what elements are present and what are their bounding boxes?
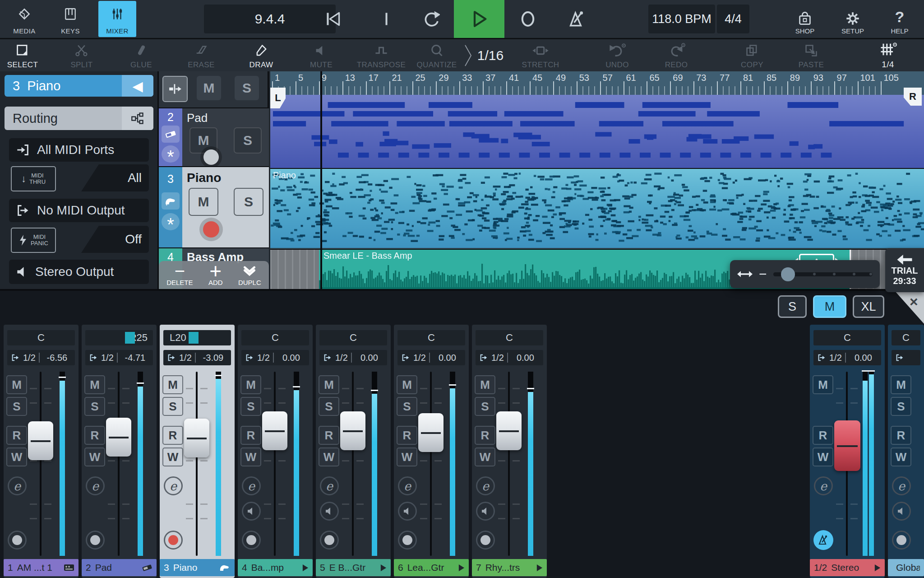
eq-button[interactable]: e (892, 476, 911, 495)
midi-panic-value-area[interactable]: Off (81, 226, 149, 253)
solo-button[interactable]: S (475, 397, 495, 416)
zoom-slider-knob[interactable] (781, 267, 795, 281)
output-routing[interactable]: 1/2-4.71 (85, 350, 153, 365)
monitor-button[interactable] (320, 502, 339, 521)
monitor-button[interactable] (242, 502, 261, 521)
pan-display[interactable]: C (813, 330, 881, 345)
piano-track-lane[interactable]: Piano (270, 168, 924, 248)
eq-button[interactable]: e (8, 476, 27, 495)
output-routing[interactable]: 1/20.00 (813, 350, 881, 365)
track-row-pad[interactable]: 2 * Pad M S (159, 107, 269, 166)
tool-erase-button[interactable]: ERASE (171, 39, 231, 71)
track-mute-button[interactable]: M (189, 188, 218, 216)
read-automation-button[interactable]: R (84, 426, 105, 445)
write-automation-button[interactable]: W (813, 447, 833, 466)
strip-footer[interactable]: 1/2Stereo (810, 559, 885, 576)
output-routing[interactable]: 1/2-3.09 (163, 350, 231, 365)
time-signature-display[interactable]: 4/4 (717, 5, 749, 33)
fader-handle[interactable] (834, 420, 860, 471)
mixer-strip-4[interactable]: C1/20.00MSRWe4Ba...mp (238, 325, 313, 578)
tool-draw-button[interactable]: DRAW (231, 39, 291, 71)
strip-footer[interactable]: 7Rhy...trs (472, 559, 547, 576)
tool-split-button[interactable]: SPLIT (52, 39, 111, 71)
tool-redo-button[interactable]: REDO (647, 39, 706, 71)
strip-footer[interactable]: 3Piano (160, 559, 235, 576)
read-automation-button[interactable]: R (397, 426, 417, 445)
mute-button[interactable]: M (6, 375, 27, 394)
track-color-band[interactable]: 2 * (159, 108, 182, 166)
eq-button[interactable]: e (320, 476, 339, 495)
midi-panic-button[interactable]: MIDIPANIC (11, 228, 56, 253)
strip-footer[interactable]: 5E B...Gtr (316, 559, 391, 576)
shop-button[interactable]: SHOP (786, 1, 824, 37)
pan-display[interactable]: C (476, 330, 543, 345)
pad-track-lane[interactable] (270, 95, 924, 168)
read-automation-button[interactable]: R (240, 426, 261, 445)
solo-button[interactable]: S (240, 397, 261, 416)
freeze-asterisk-icon[interactable]: * (162, 213, 180, 230)
pan-display[interactable]: C (397, 330, 465, 345)
add-track-button[interactable]: + ADD (208, 264, 223, 286)
strip-footer[interactable]: 6Lea...Gtr (394, 559, 469, 576)
trial-badge[interactable]: TRIAL 29:33 (885, 248, 924, 292)
record-arm-button[interactable] (199, 218, 223, 241)
record-arm-button[interactable] (320, 531, 339, 550)
mixer-strip-1[interactable]: C1/2-6.56MSRWe1AM ...t 1 (4, 325, 79, 578)
mute-button[interactable]: M (475, 375, 495, 394)
strip-footer[interactable]: 4Ba...mp (238, 559, 313, 576)
record-arm-button[interactable] (476, 531, 495, 550)
monitor-button[interactable] (398, 502, 417, 521)
track1-mute-button[interactable]: M (197, 76, 221, 100)
mute-button[interactable]: M (813, 375, 833, 394)
mixer-size-small-button[interactable]: S (778, 295, 807, 318)
write-automation-button[interactable]: W (397, 447, 417, 466)
eq-button[interactable]: e (814, 476, 833, 495)
zoom-slider-track[interactable] (773, 272, 873, 276)
eq-button[interactable]: e (242, 476, 261, 495)
track1-solo-button[interactable]: S (235, 76, 259, 100)
read-automation-button[interactable]: R (162, 426, 183, 445)
record-button[interactable] (507, 0, 549, 38)
mixer-size-medium-button[interactable]: M (813, 295, 846, 318)
audio-output-select[interactable]: Stereo Output (9, 260, 149, 284)
help-button[interactable]: ? HELP (881, 1, 919, 37)
zoom-out-icon[interactable]: − (759, 270, 767, 279)
write-automation-button[interactable]: W (240, 447, 261, 466)
track-monitor-button[interactable] (162, 76, 188, 102)
record-arm-button[interactable] (164, 531, 183, 550)
track-color-band[interactable]: 3 * (159, 167, 182, 247)
metronome-button[interactable] (813, 530, 833, 550)
record-arm-button[interactable] (398, 531, 417, 550)
track-solo-button[interactable]: S (234, 127, 262, 154)
tool-undo-button[interactable]: UNDO (587, 39, 647, 71)
eq-button[interactable]: e (398, 476, 417, 495)
snap-value-snap[interactable]: 1/4 (858, 39, 918, 71)
eq-button[interactable]: e (164, 476, 183, 495)
midi-thru-button[interactable]: ↓ MIDITHRU (11, 166, 56, 191)
tool-transpose-button[interactable]: TRANSPOSE (351, 39, 411, 71)
write-automation-button[interactable]: W (162, 447, 183, 466)
mute-button[interactable]: M (84, 375, 105, 394)
fader-handle[interactable] (418, 413, 444, 452)
solo-button[interactable]: S (6, 397, 27, 416)
write-automation-button[interactable]: W (891, 447, 911, 466)
inspector-track-header[interactable]: 3Piano ◀ (5, 75, 153, 97)
fader-handle[interactable] (28, 421, 53, 460)
skip-back-button[interactable] (312, 0, 354, 38)
output-routing[interactable]: 1/2-6.56 (7, 350, 75, 365)
write-automation-button[interactable]: W (84, 447, 105, 466)
fader-handle[interactable] (340, 411, 365, 450)
monitor-button[interactable] (476, 502, 495, 521)
output-routing[interactable] (892, 350, 920, 365)
mixer-strip-2[interactable]: R251/2-4.71MSRWe2Pad (82, 325, 157, 578)
pad-midi-region[interactable] (270, 95, 924, 168)
solo-button[interactable]: S (891, 397, 911, 416)
monitor-button[interactable] (892, 502, 911, 521)
pan-display[interactable]: L20 (163, 330, 231, 345)
metronome-button[interactable] (556, 0, 597, 38)
mixer-button[interactable]: MIXER (98, 1, 136, 37)
mixer-strip-8[interactable]: C1/20.00MRWe1/2Stereo (810, 325, 885, 578)
write-automation-button[interactable]: W (475, 447, 495, 466)
tool-paste-button[interactable]: PASTE (781, 39, 841, 71)
write-automation-button[interactable]: W (6, 447, 27, 466)
